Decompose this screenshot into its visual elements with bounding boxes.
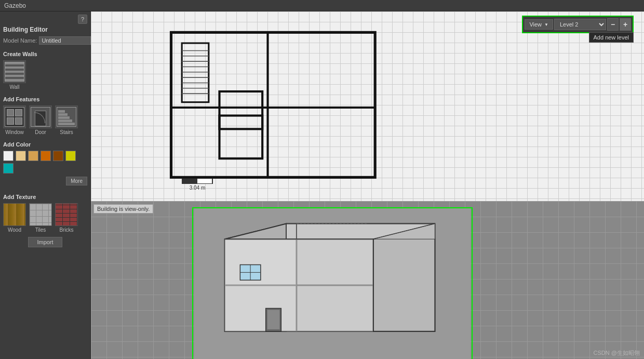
feature-grid-features: Window Door bbox=[3, 105, 87, 135]
wall-icon bbox=[3, 60, 26, 83]
building-3d-box bbox=[192, 207, 473, 359]
svg-marker-39 bbox=[373, 224, 435, 331]
color-swatch-5[interactable] bbox=[65, 151, 76, 161]
color-swatch-2[interactable] bbox=[28, 151, 38, 161]
add-texture-title: Add Texture bbox=[3, 194, 87, 200]
stair-4 bbox=[58, 113, 68, 116]
add-features-title: Add Features bbox=[3, 96, 87, 102]
window-icon bbox=[3, 105, 26, 128]
wood-label: Wood bbox=[8, 227, 21, 233]
watermark: CSDN @生如昭翎 bbox=[594, 349, 640, 357]
stairs-steps bbox=[58, 110, 75, 125]
building-editor-title: Building Editor bbox=[3, 26, 87, 33]
view-toolbar: View Level 2 Level 1 − + bbox=[522, 16, 634, 33]
window-pane-4 bbox=[15, 117, 22, 125]
add-color-title: Add Color bbox=[3, 141, 87, 148]
level-select[interactable]: Level 2 Level 1 bbox=[554, 19, 606, 30]
door-label: Door bbox=[35, 129, 46, 135]
more-button[interactable]: More bbox=[66, 177, 87, 185]
scale-line bbox=[182, 179, 213, 184]
import-button[interactable]: Import bbox=[28, 237, 62, 247]
scale-label: 3.04 m bbox=[190, 185, 206, 191]
window-pane-3 bbox=[7, 117, 14, 125]
create-walls-title: Create Walls bbox=[3, 51, 87, 57]
editor-3d[interactable]: Building is view-only. bbox=[91, 201, 644, 359]
svg-marker-27 bbox=[297, 239, 373, 285]
texture-wood[interactable]: Wood bbox=[3, 203, 26, 233]
svg-marker-28 bbox=[225, 285, 297, 331]
app-title: Gazebo bbox=[4, 2, 26, 9]
texture-tiles[interactable]: Tiles bbox=[29, 203, 52, 233]
wood-texture-icon bbox=[3, 203, 26, 226]
building-3d-svg bbox=[193, 208, 472, 359]
window-icon-inner bbox=[5, 107, 24, 127]
bricks-texture-icon bbox=[55, 203, 78, 226]
svg-rect-14 bbox=[220, 116, 263, 159]
window-pane-1 bbox=[7, 109, 14, 116]
texture-row: Wood Tiles Bricks bbox=[3, 203, 87, 233]
door-icon-inner bbox=[31, 107, 50, 127]
help-button[interactable]: ? bbox=[78, 15, 87, 24]
stair-1 bbox=[58, 123, 75, 125]
add-level-tooltip: Add new level bbox=[589, 32, 634, 43]
stair-3 bbox=[58, 116, 70, 119]
stair-5 bbox=[58, 110, 65, 113]
window-label: Window bbox=[5, 129, 24, 135]
stairs-label: Stairs bbox=[60, 129, 73, 135]
stair-2 bbox=[58, 119, 72, 122]
color-row bbox=[3, 151, 87, 174]
feature-grid-walls: Wall bbox=[3, 60, 87, 90]
tiles-texture-icon bbox=[29, 203, 52, 226]
color-swatch-3[interactable] bbox=[41, 151, 51, 161]
window-item[interactable]: Window bbox=[3, 105, 26, 135]
sidebar: ? Building Editor Model Name: Create Wal… bbox=[0, 11, 91, 359]
main-layout: ? Building Editor Model Name: Create Wal… bbox=[0, 11, 644, 359]
svg-marker-29 bbox=[297, 285, 373, 331]
level-plus-button[interactable]: + bbox=[620, 18, 631, 31]
wall-item[interactable]: Wall bbox=[3, 60, 26, 90]
editor-2d[interactable]: View Level 2 Level 1 − + Add new level bbox=[91, 11, 644, 201]
stairs-item[interactable]: Stairs bbox=[55, 105, 78, 135]
color-swatch-6[interactable] bbox=[3, 163, 14, 174]
sidebar-toolbar: ? bbox=[3, 15, 87, 24]
svg-rect-31 bbox=[267, 310, 280, 329]
model-name-label: Model Name: bbox=[3, 37, 37, 44]
model-name-row: Model Name: bbox=[3, 36, 87, 45]
color-swatch-4[interactable] bbox=[53, 151, 63, 161]
floorplan-svg bbox=[158, 27, 522, 188]
color-swatch-0[interactable] bbox=[3, 151, 14, 161]
bricks-label: Bricks bbox=[59, 227, 73, 233]
stairs-icon-inner bbox=[57, 107, 76, 127]
color-swatch-1[interactable] bbox=[16, 151, 26, 161]
wall-icon-inner bbox=[5, 62, 24, 82]
stairs-icon bbox=[55, 105, 78, 128]
door-icon bbox=[29, 105, 52, 128]
tiles-label: Tiles bbox=[35, 227, 46, 233]
window-pane-2 bbox=[15, 109, 22, 116]
wall-label: Wall bbox=[9, 84, 19, 90]
scale-bar: 3.04 m bbox=[182, 179, 213, 191]
top-bar: Gazebo bbox=[0, 0, 644, 11]
door-item[interactable]: Door bbox=[29, 105, 52, 135]
svg-rect-0 bbox=[171, 32, 375, 177]
view-only-notice: Building is view-only. bbox=[93, 204, 153, 214]
content-area: View Level 2 Level 1 − + Add new level bbox=[91, 11, 644, 359]
level-minus-button[interactable]: − bbox=[607, 18, 619, 31]
svg-rect-13 bbox=[220, 91, 263, 129]
view-button[interactable]: View bbox=[525, 19, 553, 30]
texture-bricks[interactable]: Bricks bbox=[55, 203, 78, 233]
